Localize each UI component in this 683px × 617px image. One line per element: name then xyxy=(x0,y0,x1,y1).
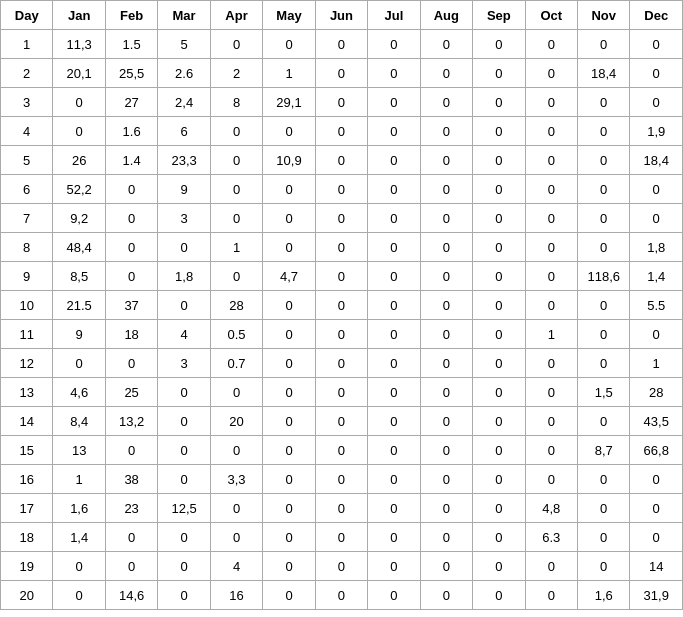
data-cell: 0 xyxy=(263,204,315,233)
data-cell: 8,7 xyxy=(577,436,629,465)
data-cell: 3,3 xyxy=(210,465,262,494)
data-cell: 8,5 xyxy=(53,262,105,291)
data-cell: 0 xyxy=(105,262,157,291)
data-cell: 0 xyxy=(368,233,420,262)
data-cell: 0 xyxy=(420,494,472,523)
day-cell: 17 xyxy=(1,494,53,523)
data-cell: 0 xyxy=(158,552,210,581)
data-cell: 0 xyxy=(263,349,315,378)
data-cell: 1 xyxy=(210,233,262,262)
data-cell: 0 xyxy=(473,581,525,610)
data-cell: 0 xyxy=(473,378,525,407)
data-cell: 0.5 xyxy=(210,320,262,349)
table-row: 1021.53702800000005.5 xyxy=(1,291,683,320)
data-cell: 0 xyxy=(525,146,577,175)
data-cell: 0 xyxy=(315,581,367,610)
data-cell: 0 xyxy=(105,349,157,378)
table-row: 30272,4829,10000000 xyxy=(1,88,683,117)
data-cell: 0 xyxy=(368,117,420,146)
data-cell: 0 xyxy=(420,117,472,146)
table-row: 79,203000000000 xyxy=(1,204,683,233)
data-cell: 0 xyxy=(630,204,683,233)
data-cell: 0 xyxy=(525,378,577,407)
data-cell: 0 xyxy=(525,465,577,494)
data-cell: 0 xyxy=(420,436,472,465)
data-cell: 0 xyxy=(263,552,315,581)
data-cell: 0 xyxy=(263,436,315,465)
table-row: 20014,60160000001,631,9 xyxy=(1,581,683,610)
data-cell: 0 xyxy=(368,436,420,465)
table-row: 15130000000008,766,8 xyxy=(1,436,683,465)
data-cell: 26 xyxy=(53,146,105,175)
data-cell: 0 xyxy=(263,233,315,262)
data-cell: 0 xyxy=(210,175,262,204)
data-cell: 0 xyxy=(473,233,525,262)
data-cell: 0 xyxy=(577,494,629,523)
table-row: 848,400100000001,8 xyxy=(1,233,683,262)
day-cell: 2 xyxy=(1,59,53,88)
data-cell: 1.5 xyxy=(105,30,157,59)
data-cell: 0 xyxy=(263,30,315,59)
data-cell: 18,4 xyxy=(630,146,683,175)
data-cell: 0 xyxy=(368,320,420,349)
column-header-may: May xyxy=(263,1,315,30)
data-cell: 0 xyxy=(158,378,210,407)
data-cell: 0 xyxy=(525,291,577,320)
data-cell: 0 xyxy=(368,262,420,291)
data-cell: 0 xyxy=(473,552,525,581)
data-cell: 0 xyxy=(630,59,683,88)
day-cell: 18 xyxy=(1,523,53,552)
data-cell: 0 xyxy=(105,523,157,552)
data-cell: 0 xyxy=(473,349,525,378)
data-cell: 4,6 xyxy=(53,378,105,407)
table-row: 148,413,2020000000043,5 xyxy=(1,407,683,436)
data-cell: 0 xyxy=(315,494,367,523)
data-cell: 48,4 xyxy=(53,233,105,262)
column-header-jul: Jul xyxy=(368,1,420,30)
data-cell: 0 xyxy=(473,59,525,88)
data-cell: 0 xyxy=(263,407,315,436)
data-cell: 0 xyxy=(473,262,525,291)
data-cell: 9,2 xyxy=(53,204,105,233)
data-cell: 28 xyxy=(630,378,683,407)
data-cell: 0 xyxy=(158,436,210,465)
data-cell: 31,9 xyxy=(630,581,683,610)
data-cell: 4 xyxy=(158,320,210,349)
data-cell: 13,2 xyxy=(105,407,157,436)
data-cell: 52,2 xyxy=(53,175,105,204)
data-cell: 0 xyxy=(53,88,105,117)
data-cell: 0 xyxy=(315,436,367,465)
data-cell: 0 xyxy=(473,117,525,146)
data-cell: 0 xyxy=(368,88,420,117)
table-row: 1613803,300000000 xyxy=(1,465,683,494)
data-cell: 0 xyxy=(105,233,157,262)
data-cell: 0 xyxy=(53,349,105,378)
data-cell: 0 xyxy=(315,146,367,175)
data-cell: 0 xyxy=(315,523,367,552)
data-cell: 0 xyxy=(630,465,683,494)
data-cell: 16 xyxy=(210,581,262,610)
table-row: 5261.423,3010,900000018,4 xyxy=(1,146,683,175)
data-cell: 0 xyxy=(630,523,683,552)
data-cell: 38 xyxy=(105,465,157,494)
day-cell: 7 xyxy=(1,204,53,233)
data-cell: 0 xyxy=(577,175,629,204)
table-row: 98,501,804,700000118,61,4 xyxy=(1,262,683,291)
day-cell: 11 xyxy=(1,320,53,349)
data-cell: 2,4 xyxy=(158,88,210,117)
data-cell: 0 xyxy=(315,175,367,204)
data-cell: 2.6 xyxy=(158,59,210,88)
data-cell: 0 xyxy=(368,523,420,552)
data-cell: 0 xyxy=(368,59,420,88)
data-cell: 0 xyxy=(420,291,472,320)
data-cell: 20 xyxy=(210,407,262,436)
data-cell: 0 xyxy=(525,407,577,436)
day-cell: 4 xyxy=(1,117,53,146)
day-cell: 3 xyxy=(1,88,53,117)
data-cell: 0 xyxy=(368,552,420,581)
data-cell: 0 xyxy=(368,30,420,59)
data-cell: 0 xyxy=(158,581,210,610)
column-header-oct: Oct xyxy=(525,1,577,30)
data-cell: 1 xyxy=(630,349,683,378)
data-cell: 0 xyxy=(420,175,472,204)
